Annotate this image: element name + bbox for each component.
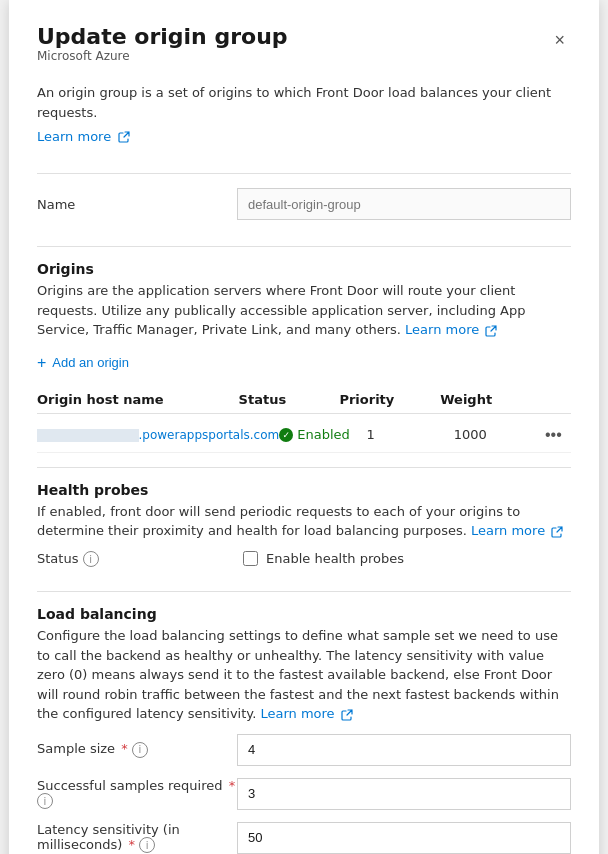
health-probes-desc: If enabled, front door will send periodi… <box>37 502 571 541</box>
origins-learn-more-link[interactable]: Learn more <box>405 322 479 337</box>
latency-input[interactable] <box>237 822 571 854</box>
status-cell: ✓ Enabled <box>279 427 366 442</box>
external-link-icon <box>118 131 130 143</box>
sample-size-input[interactable] <box>237 734 571 766</box>
latency-sensitivity-row: Latency sensitivity (in milliseconds) * … <box>37 822 571 854</box>
panel-subtitle: Microsoft Azure <box>37 49 288 63</box>
successful-samples-label: Successful samples required * i <box>37 778 237 810</box>
health-probes-checkbox[interactable] <box>243 551 258 566</box>
origins-title: Origins <box>37 261 571 277</box>
health-probes-checkbox-row: Enable health probes <box>243 551 404 566</box>
col-weight: Weight <box>440 392 541 407</box>
health-probes-learn-more[interactable]: Learn more <box>471 523 545 538</box>
required-star-1: * <box>121 741 128 756</box>
weight-cell: 1000 <box>454 427 541 442</box>
intro-description-text: An origin group is a set of origins to w… <box>37 85 551 120</box>
more-actions-cell: ••• <box>541 426 571 444</box>
intro-learn-more-link[interactable]: Learn more <box>37 129 111 144</box>
sample-size-info-icon: i <box>132 742 148 758</box>
host-name-cell: ████████████.powerappsportals.com <box>37 427 279 442</box>
name-input[interactable] <box>237 188 571 220</box>
health-probes-status-row: Status i Enable health probes <box>37 551 571 568</box>
latency-info-icon: i <box>139 837 155 853</box>
col-host: Origin host name <box>37 392 239 407</box>
name-field-row: Name <box>37 188 571 220</box>
health-probes-title: Health probes <box>37 482 571 498</box>
origins-external-link-icon <box>485 325 497 337</box>
table-header: Origin host name Status Priority Weight <box>37 386 571 414</box>
successful-samples-info-icon: i <box>37 793 53 809</box>
successful-samples-input[interactable] <box>237 778 571 810</box>
health-probes-ext-icon <box>551 526 563 538</box>
col-status: Status <box>239 392 340 407</box>
health-status-label: Status i <box>37 551 237 568</box>
health-probes-checkbox-label: Enable health probes <box>266 551 404 566</box>
divider-1 <box>37 173 571 174</box>
load-balancing-title: Load balancing <box>37 606 571 622</box>
panel-title: Update origin group <box>37 24 288 49</box>
load-balancing-learn-more[interactable]: Learn more <box>260 706 334 721</box>
health-probes-section: Health probes If enabled, front door wil… <box>37 482 571 578</box>
origins-description: Origins are the application servers wher… <box>37 281 571 340</box>
panel-header: Update origin group Microsoft Azure × <box>37 24 571 79</box>
sample-size-row: Sample size * i <box>37 734 571 766</box>
name-label: Name <box>37 197 237 212</box>
load-balancing-section: Load balancing Configure the load balanc… <box>37 606 571 854</box>
origins-section: Origins Origins are the application serv… <box>37 261 571 453</box>
divider-4 <box>37 591 571 592</box>
health-status-info-icon: i <box>83 551 99 567</box>
add-origin-label: Add an origin <box>52 355 129 370</box>
latency-label: Latency sensitivity (in milliseconds) * … <box>37 822 237 854</box>
close-button[interactable]: × <box>548 28 571 53</box>
divider-3 <box>37 467 571 468</box>
plus-icon: + <box>37 354 46 372</box>
col-priority: Priority <box>339 392 440 407</box>
divider-2 <box>37 246 571 247</box>
status-dot: ✓ <box>279 428 293 442</box>
status-enabled: ✓ Enabled <box>279 427 366 442</box>
priority-cell: 1 <box>367 427 454 442</box>
required-star-3: * <box>128 837 135 852</box>
load-balancing-desc: Configure the load balancing settings to… <box>37 626 571 724</box>
successful-samples-row: Successful samples required * i <box>37 778 571 810</box>
add-origin-button[interactable]: + Add an origin <box>37 350 129 376</box>
header-text: Update origin group Microsoft Azure <box>37 24 288 79</box>
required-star-2: * <box>229 778 236 793</box>
table-row: ████████████.powerappsportals.com ✓ Enab… <box>37 418 571 453</box>
host-link[interactable]: ████████████.powerappsportals.com <box>37 428 279 442</box>
sample-size-label: Sample size * i <box>37 741 237 758</box>
load-balancing-ext-icon <box>341 709 353 721</box>
more-actions-button[interactable]: ••• <box>541 426 566 444</box>
intro-description: An origin group is a set of origins to w… <box>37 83 571 122</box>
update-origin-panel: Update origin group Microsoft Azure × An… <box>9 0 599 854</box>
